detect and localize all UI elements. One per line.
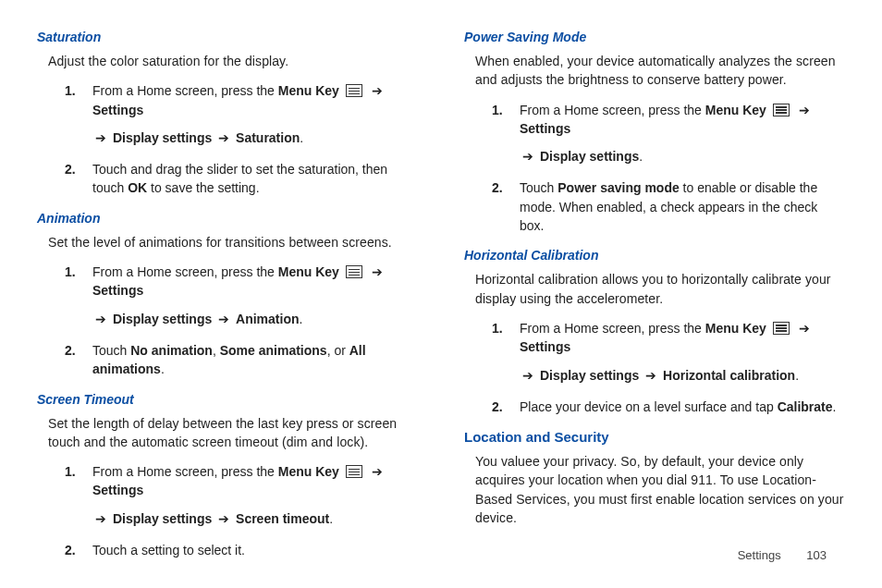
target-label: Screen timeout — [236, 511, 329, 526]
arrow-icon: ➔ — [645, 368, 656, 383]
settings-label: Settings — [92, 483, 143, 497]
target-label: Animation — [236, 312, 299, 326]
arrow-icon: ➔ — [95, 511, 106, 526]
step-2: Touch a setting to select it. — [74, 541, 418, 559]
breadcrumb-line: ➔ Display settings ➔ Animation. — [92, 310, 418, 328]
step-2: Touch and drag the slider to set the sat… — [74, 160, 418, 198]
heading-screen-timeout: Screen Timeout — [37, 392, 418, 407]
display-settings-label: Display settings — [540, 149, 639, 164]
menu-key-label: Menu Key — [278, 83, 339, 98]
display-settings-label: Display settings — [540, 368, 639, 383]
text: . — [833, 399, 837, 414]
left-column: Saturation Adjust the color saturation f… — [37, 28, 418, 572]
menu-key-icon — [346, 265, 362, 278]
text: Touch — [92, 343, 130, 358]
menu-key-label: Menu Key — [705, 321, 766, 336]
arrow-icon: ➔ — [218, 511, 229, 526]
heading-animation: Animation — [37, 211, 418, 226]
steps-horizontal-calibration: From a Home screen, press the Menu Key ➔… — [501, 319, 845, 416]
step-1: From a Home screen, press the Menu Key ➔… — [501, 101, 845, 166]
settings-label: Settings — [92, 283, 143, 298]
target-label: Horizontal calibration — [663, 368, 795, 383]
breadcrumb-line: ➔ Display settings ➔ Horizontal calibrat… — [520, 366, 845, 385]
page-columns: Saturation Adjust the color saturation f… — [37, 28, 845, 572]
steps-animation: From a Home screen, press the Menu Key ➔… — [74, 263, 418, 378]
arrow-icon: ➔ — [372, 83, 383, 98]
step-1: From a Home screen, press the Menu Key ➔… — [74, 81, 418, 147]
heading-saturation: Saturation — [37, 30, 418, 44]
target-label: Saturation — [236, 130, 300, 145]
display-settings-label: Display settings — [113, 312, 212, 326]
step-2: Touch No animation, Some animations, or … — [74, 341, 418, 379]
text: From a Home screen, press the — [92, 264, 278, 279]
text: Touch a setting to select it. — [92, 543, 245, 557]
intro-animation: Set the level of animations for transiti… — [48, 233, 418, 251]
power-saving-mode-label: Power saving mode — [557, 180, 679, 195]
arrow-icon: ➔ — [799, 321, 810, 336]
steps-screen-timeout: From a Home screen, press the Menu Key ➔… — [74, 462, 418, 559]
step-2: Place your device on a level surface and… — [501, 398, 845, 416]
text: , or — [327, 343, 349, 358]
calibrate-label: Calibrate — [778, 399, 833, 414]
step-2: Touch Power saving mode to enable or dis… — [501, 178, 845, 235]
no-animation-label: No animation — [130, 343, 213, 358]
heading-horizontal-calibration: Horizontal Calibration — [464, 248, 845, 263]
settings-label: Settings — [92, 103, 143, 117]
right-column: Power Saving Mode When enabled, your dev… — [464, 28, 845, 572]
page-footer: Settings 103 — [738, 548, 827, 562]
text: From a Home screen, press the — [520, 321, 705, 336]
arrow-icon: ➔ — [522, 368, 533, 383]
steps-saturation: From a Home screen, press the Menu Key ➔… — [74, 81, 418, 197]
arrow-icon: ➔ — [218, 312, 229, 326]
arrow-icon: ➔ — [522, 149, 533, 164]
text: From a Home screen, press the — [520, 103, 705, 117]
menu-key-label: Menu Key — [705, 103, 766, 117]
settings-label: Settings — [520, 121, 570, 136]
intro-power-saving: When enabled, your device automatically … — [475, 52, 845, 90]
page-number: 103 — [806, 548, 827, 562]
arrow-icon: ➔ — [372, 464, 383, 479]
arrow-icon: ➔ — [95, 312, 106, 326]
intro-saturation: Adjust the color saturation for the disp… — [48, 52, 418, 70]
arrow-icon: ➔ — [218, 130, 229, 145]
step-1: From a Home screen, press the Menu Key ➔… — [74, 462, 418, 528]
ok-label: OK — [128, 180, 147, 195]
text: Touch — [520, 180, 557, 195]
menu-key-label: Menu Key — [278, 264, 339, 279]
text: Place your device on a level surface and… — [520, 399, 778, 414]
text: . — [161, 361, 165, 376]
arrow-icon: ➔ — [372, 264, 383, 279]
menu-key-icon — [346, 465, 362, 478]
intro-location-security: You valuee your privacy. So, by default,… — [475, 452, 845, 527]
text: , — [213, 343, 220, 358]
step-1: From a Home screen, press the Menu Key ➔… — [74, 263, 418, 328]
menu-key-label: Menu Key — [278, 464, 339, 479]
some-animations-label: Some animations — [220, 343, 327, 358]
menu-key-icon — [773, 322, 790, 335]
step-1: From a Home screen, press the Menu Key ➔… — [501, 319, 845, 385]
heading-location-security: Location and Security — [464, 429, 845, 445]
intro-screen-timeout: Set the length of delay between the last… — [48, 414, 418, 452]
arrow-icon: ➔ — [95, 130, 106, 145]
settings-label: Settings — [520, 339, 570, 354]
steps-power-saving: From a Home screen, press the Menu Key ➔… — [501, 101, 845, 236]
intro-horizontal-calibration: Horizontal calibration allows you to hor… — [475, 270, 845, 308]
menu-key-icon — [346, 84, 362, 97]
heading-power-saving: Power Saving Mode — [464, 30, 845, 44]
menu-key-icon — [773, 104, 790, 116]
breadcrumb-line: ➔ Display settings ➔ Screen timeout. — [92, 509, 418, 528]
arrow-icon: ➔ — [799, 103, 810, 117]
display-settings-label: Display settings — [113, 130, 212, 145]
text: From a Home screen, press the — [92, 83, 278, 98]
breadcrumb-line: ➔ Display settings. — [520, 147, 845, 165]
text: to save the setting. — [147, 180, 259, 195]
text: From a Home screen, press the — [92, 464, 278, 479]
display-settings-label: Display settings — [113, 511, 212, 526]
footer-section: Settings — [738, 548, 781, 562]
breadcrumb-line: ➔ Display settings ➔ Saturation. — [92, 129, 418, 147]
